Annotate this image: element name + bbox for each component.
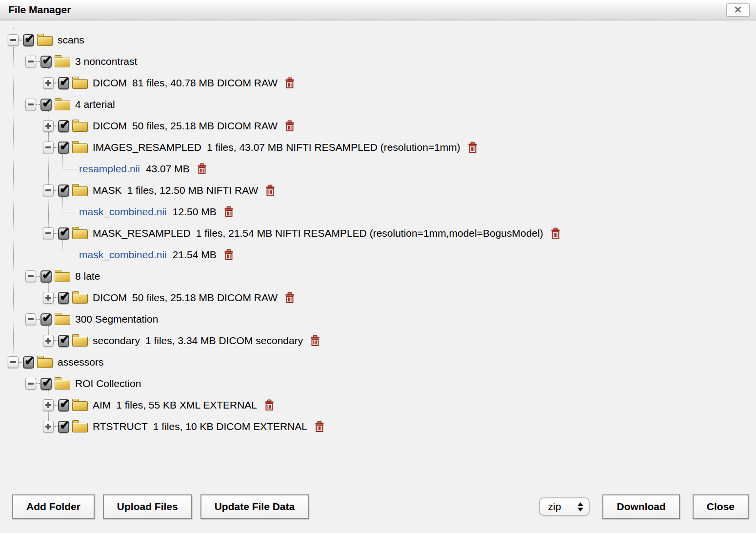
checkbox[interactable] (58, 120, 69, 132)
tree-connector (54, 297, 58, 298)
checkbox[interactable] (58, 184, 69, 197)
checkbox[interactable] (40, 99, 52, 111)
upload-files-button[interactable]: Upload Files (103, 494, 192, 519)
expander-minus-button[interactable] (8, 356, 19, 368)
expander-minus-button[interactable] (25, 378, 36, 390)
folder-meta: 50 files, 25.18 MB DICOM RAW (132, 292, 278, 304)
checkbox[interactable] (23, 34, 34, 46)
expander-plus-button[interactable] (43, 77, 54, 89)
folder-name: MASK (93, 184, 122, 196)
checkbox[interactable] (40, 313, 52, 326)
delete-button[interactable] (284, 77, 295, 89)
dialog-close-button[interactable]: ✕ (726, 3, 750, 17)
folder-icon (55, 315, 70, 325)
folder-icon (72, 144, 88, 153)
file-row: resampled.nii43.07 MB (0, 158, 756, 180)
trash-icon (223, 206, 234, 218)
folder-icon (55, 272, 70, 282)
folder-icon (72, 229, 88, 239)
tree-connector (36, 319, 40, 320)
folder-icon (72, 337, 88, 347)
delete-button[interactable] (467, 142, 478, 153)
folder-row: DICOM50 files, 25.18 MB DICOM RAW (0, 115, 756, 137)
tree-connector (54, 125, 58, 126)
expander-minus-button[interactable] (25, 313, 36, 325)
tree-connector (54, 426, 58, 427)
expander-minus-button[interactable] (25, 56, 36, 67)
file-link[interactable]: resampled.nii (79, 163, 140, 175)
close-button[interactable]: Close (693, 494, 749, 519)
file-row: mask_combined.nii12.50 MB (0, 201, 756, 223)
delete-button[interactable] (223, 249, 234, 261)
trash-icon (550, 227, 561, 239)
tree-connector (54, 82, 58, 83)
folder-name: DICOM (93, 120, 127, 132)
checkbox[interactable] (23, 356, 34, 369)
expander-plus-button[interactable] (43, 335, 54, 347)
checkbox[interactable] (58, 335, 69, 347)
checkbox[interactable] (40, 378, 52, 390)
checkbox[interactable] (58, 399, 69, 411)
folder-row: MASK1 files, 12.50 MB NIFTI RAW (0, 180, 756, 201)
expander-minus-button[interactable] (25, 270, 36, 282)
delete-button[interactable] (265, 184, 276, 196)
download-button[interactable]: Download (602, 494, 679, 519)
folder-meta: 1 files, 21.54 MB NIFTI RESAMPLED (resol… (196, 227, 543, 239)
update-file-data-button[interactable]: Update File Data (200, 494, 309, 519)
file-link[interactable]: mask_combined.nii (79, 249, 167, 261)
folder-meta: 1 files, 43.07 MB NIFTI RESAMPLED (resol… (207, 142, 460, 153)
file-row: mask_combined.nii21.54 MB (0, 244, 756, 266)
folder-row: RTSTRUCT1 files, 10 KB DICOM EXTERNAL (0, 416, 756, 437)
folder-meta: 81 files, 40.78 MB DICOM RAW (132, 77, 278, 89)
expander-minus-button[interactable] (25, 99, 36, 110)
file-link[interactable]: mask_combined.nii (79, 206, 167, 218)
folder-row: MASK_RESAMPLED1 files, 21.54 MB NIFTI RE… (0, 223, 756, 244)
folder-icon (37, 358, 53, 368)
checkbox[interactable] (40, 56, 52, 68)
delete-button[interactable] (284, 120, 295, 132)
delete-button[interactable] (284, 292, 295, 304)
format-select[interactable]: zip (539, 497, 590, 516)
close-icon: ✕ (734, 5, 742, 15)
trash-icon (467, 142, 478, 153)
dialog-title: File Manager (8, 4, 71, 16)
folder-icon (72, 122, 88, 132)
delete-button[interactable] (264, 399, 275, 411)
expander-plus-button[interactable] (43, 120, 54, 132)
delete-button[interactable] (223, 206, 234, 218)
expander-minus-button[interactable] (43, 227, 54, 239)
delete-button[interactable] (197, 163, 207, 175)
checkbox[interactable] (58, 77, 69, 89)
expander-plus-button[interactable] (43, 292, 54, 304)
folder-icon (55, 380, 70, 390)
expander-plus-button[interactable] (43, 421, 54, 432)
file-size: 12.50 MB (173, 206, 217, 218)
checkbox[interactable] (58, 227, 69, 240)
checkbox[interactable] (58, 421, 69, 433)
footer-right-buttons: zip Download Close (539, 494, 749, 519)
trash-icon (223, 249, 234, 261)
checkbox[interactable] (58, 142, 69, 154)
folder-row: 3 noncontrast (0, 51, 756, 72)
footer-left-buttons: Add Folder Upload Files Update File Data (12, 494, 309, 519)
delete-button[interactable] (550, 227, 561, 239)
checkbox[interactable] (58, 292, 69, 304)
trash-icon (310, 335, 320, 347)
expander-minus-button[interactable] (8, 34, 19, 46)
folder-name: 3 noncontrast (75, 56, 137, 67)
folder-name: DICOM (93, 77, 127, 89)
delete-button[interactable] (314, 421, 325, 432)
expander-plus-button[interactable] (43, 399, 54, 411)
expander-minus-button[interactable] (43, 142, 54, 153)
tree-connector (36, 104, 40, 105)
trash-icon (264, 399, 275, 411)
folder-name: IMAGES_RESAMPLED (93, 142, 201, 153)
folder-name: AIM (93, 399, 111, 411)
delete-button[interactable] (310, 335, 320, 347)
expander-minus-button[interactable] (43, 184, 54, 196)
dialog-footer: Add Folder Upload Files Update File Data… (12, 494, 749, 519)
add-folder-button[interactable]: Add Folder (12, 494, 95, 519)
tree-connector (54, 233, 58, 234)
tree-connector (54, 340, 58, 341)
checkbox[interactable] (40, 270, 52, 283)
